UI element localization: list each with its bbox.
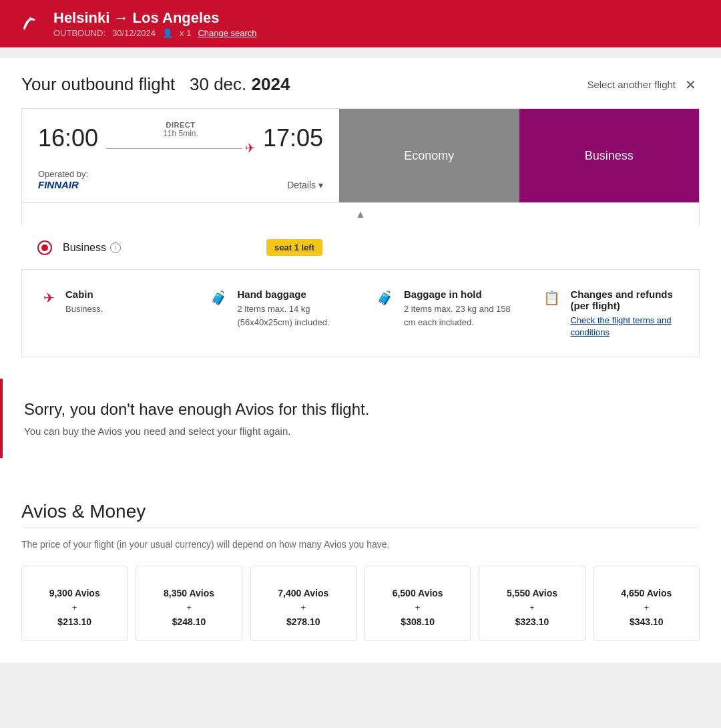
seat-badge: seat 1 left <box>266 239 322 256</box>
avios-card[interactable]: 6,500 Avios + $308.10 <box>365 566 471 641</box>
hold-baggage-description: 2 items max. 23 kg and 158 cm each inclu… <box>404 303 511 329</box>
business-class-label: Business i <box>63 242 121 254</box>
cabin-description: Business. <box>65 303 103 316</box>
flight-duration: 11h 5min. <box>163 129 198 138</box>
operated-by-label: Operated by: <box>38 169 88 179</box>
header-meta: OUTBOUND: 30/12/2024 👤 x 1 Change search <box>53 28 257 38</box>
avios-amount: 4,650 Avios <box>602 588 691 598</box>
detail-changes: 📋 Changes and refunds (per flight) Check… <box>543 289 678 338</box>
passenger-icon: 👤 <box>162 28 173 38</box>
sorry-title: Sorry, you don't have enough Avios for t… <box>24 400 700 419</box>
hold-baggage-icon: 🧳 <box>377 290 393 338</box>
avios-amount: 7,400 Avios <box>259 588 348 598</box>
passenger-count: x 1 <box>180 28 191 38</box>
details-label: Details <box>287 180 316 190</box>
finnair-name: FINNAIR <box>38 179 79 190</box>
main-content: Your outbound flight 30 dec. 2024 Select… <box>0 58 721 663</box>
avios-plus: + <box>259 602 348 612</box>
details-panel: ✈ Cabin Business. 🧳 Hand baggage 2 items… <box>21 270 700 357</box>
flight-line: DIRECT 11h 5min. ✈ <box>106 121 255 156</box>
arrive-time: 17:05 <box>263 124 323 152</box>
avios-plus: + <box>487 602 576 612</box>
detail-hold-baggage: 🧳 Baggage in hold 2 items max. 23 kg and… <box>377 289 511 338</box>
finnair-logo-icon <box>16 11 43 37</box>
detail-cabin: ✈ Cabin Business. <box>43 289 178 338</box>
business-selector-row[interactable]: Business i seat 1 left <box>21 226 700 270</box>
select-another-label: Select another flight <box>587 79 676 90</box>
hand-baggage-icon: 🧳 <box>210 290 227 338</box>
operated-by: Operated by: FINNAIR <box>38 169 88 190</box>
chevron-up-icon: ▲ <box>355 208 366 220</box>
site-header: Helsinki → Los Angeles OUTBOUND: 30/12/2… <box>0 0 721 47</box>
avios-card[interactable]: 4,650 Avios + $343.10 <box>593 566 700 641</box>
avios-card[interactable]: 8,350 Avios + $248.10 <box>136 566 242 641</box>
business-tab[interactable]: Business <box>519 109 700 202</box>
flight-title-row: Your outbound flight 30 dec. 2024 Select… <box>21 74 700 95</box>
details-button[interactable]: Details ▾ <box>287 180 323 190</box>
avios-money: $308.10 <box>373 616 462 627</box>
avios-card[interactable]: 9,300 Avios + $213.10 <box>21 566 128 641</box>
business-radio[interactable] <box>37 240 52 255</box>
info-icon[interactable]: i <box>110 242 121 253</box>
avios-amount: 5,550 Avios <box>487 588 576 598</box>
avios-amount: 9,300 Avios <box>30 588 119 598</box>
flight-info-bar: 16:00 DIRECT 11h 5min. ✈ 17:05 Operated … <box>21 108 700 203</box>
avios-money: $213.10 <box>30 616 119 627</box>
avios-grid: 9,300 Avios + $213.10 8,350 Avios + $248… <box>21 566 700 641</box>
outbound-date: 30/12/2024 <box>112 28 156 38</box>
chevron-row: ▲ <box>21 203 700 226</box>
changes-text: Changes and refunds (per flight) Check t… <box>571 289 678 338</box>
page-title: Your outbound flight 30 dec. 2024 <box>21 74 290 95</box>
hand-baggage-text: Hand baggage 2 items max. 14 kg (56x40x2… <box>238 289 345 338</box>
changes-title: Changes and refunds (per flight) <box>571 289 678 311</box>
cabin-detail-text: Cabin Business. <box>65 289 103 338</box>
hand-baggage-title: Hand baggage <box>238 289 345 300</box>
flight-track: ✈ <box>106 141 255 156</box>
avios-title: Avios & Money <box>21 501 700 522</box>
cabin-icon: ✈ <box>43 290 55 338</box>
svg-point-0 <box>17 12 41 36</box>
avios-plus: + <box>30 602 119 612</box>
trip-type: OUTBOUND: <box>53 28 105 38</box>
sorry-text: You can buy the Avios you need and selec… <box>24 425 700 437</box>
close-icon[interactable]: ✕ <box>681 75 700 94</box>
avios-amount: 8,350 Avios <box>144 588 233 598</box>
radio-selected-indicator <box>41 244 48 251</box>
avios-plus: + <box>144 602 233 612</box>
detail-hand-baggage: 🧳 Hand baggage 2 items max. 14 kg (56x40… <box>210 289 345 338</box>
business-right <box>338 226 700 269</box>
plane-icon: ✈ <box>245 141 255 156</box>
avios-description: The price of your flight (in your usual … <box>21 539 700 550</box>
avios-money: $248.10 <box>144 616 233 627</box>
avios-money: $323.10 <box>487 616 576 627</box>
chevron-down-icon: ▾ <box>318 180 323 190</box>
hand-baggage-description: 2 items max. 14 kg (56x40x25cm) included… <box>238 303 345 329</box>
select-another-flight[interactable]: Select another flight ✕ <box>587 75 700 94</box>
avios-divider <box>21 528 700 528</box>
hold-baggage-text: Baggage in hold 2 items max. 23 kg and 1… <box>404 289 511 338</box>
avios-card[interactable]: 5,550 Avios + $323.10 <box>479 566 585 641</box>
avios-money: $278.10 <box>259 616 348 627</box>
avios-card[interactable]: 7,400 Avios + $278.10 <box>250 566 356 641</box>
sorry-section: Sorry, you don't have enough Avios for t… <box>0 379 721 458</box>
header-info: Helsinki → Los Angeles OUTBOUND: 30/12/2… <box>53 9 257 38</box>
avios-amount: 6,500 Avios <box>373 588 462 598</box>
times-row: 16:00 DIRECT 11h 5min. ✈ 17:05 <box>38 121 323 156</box>
cabin-tabs: Economy Business <box>339 109 699 202</box>
avios-plus: + <box>602 602 691 612</box>
flight-header-section: Your outbound flight 30 dec. 2024 Select… <box>0 58 721 357</box>
avios-plus: + <box>373 602 462 612</box>
flight-times-section: 16:00 DIRECT 11h 5min. ✈ 17:05 Operated … <box>22 109 339 202</box>
cabin-title: Cabin <box>65 289 103 300</box>
avios-section: Avios & Money The price of your flight (… <box>0 480 721 663</box>
economy-tab[interactable]: Economy <box>339 109 519 202</box>
change-search-link[interactable]: Change search <box>198 28 256 38</box>
changes-icon: 📋 <box>543 290 560 338</box>
date-year: 2024 <box>252 74 290 94</box>
flight-type-label: DIRECT <box>166 121 196 129</box>
avios-money: $343.10 <box>602 616 691 627</box>
depart-time: 16:00 <box>38 124 98 152</box>
terms-link[interactable]: Check the flight terms and conditions <box>571 315 672 337</box>
hold-baggage-title: Baggage in hold <box>404 289 511 300</box>
date-prefix: 30 dec. <box>190 74 246 94</box>
